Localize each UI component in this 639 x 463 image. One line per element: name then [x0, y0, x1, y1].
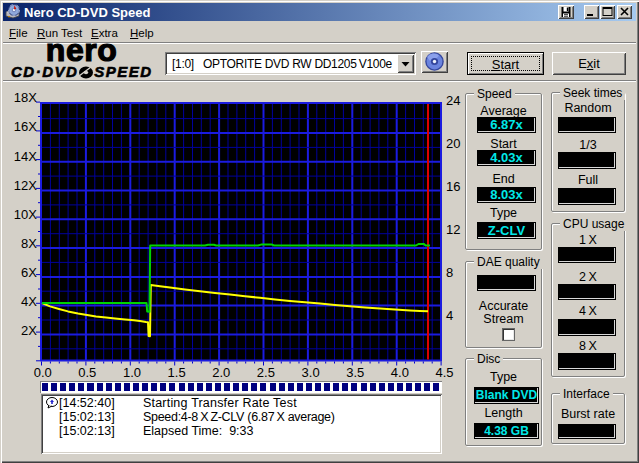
svg-text:24: 24 [446, 93, 460, 108]
svg-text:4: 4 [446, 308, 453, 323]
svg-text:10X: 10X [14, 207, 37, 222]
svg-text:2X: 2X [21, 323, 37, 338]
svg-text:8: 8 [446, 265, 453, 280]
svg-text:16X: 16X [14, 119, 37, 134]
svg-text:4X: 4X [21, 294, 37, 309]
svg-text:4.0: 4.0 [391, 365, 409, 380]
svg-text:6X: 6X [21, 265, 37, 280]
svg-text:1.5: 1.5 [168, 365, 186, 380]
svg-text:4.5: 4.5 [435, 365, 453, 380]
svg-text:1.0: 1.0 [123, 365, 141, 380]
svg-text:18X: 18X [14, 90, 37, 105]
svg-text:3.5: 3.5 [346, 365, 364, 380]
svg-text:0.0: 0.0 [34, 365, 52, 380]
svg-text:12: 12 [446, 222, 460, 237]
svg-text:12X: 12X [14, 178, 37, 193]
svg-text:3.0: 3.0 [302, 365, 320, 380]
svg-text:2.5: 2.5 [257, 365, 275, 380]
svg-text:2.0: 2.0 [212, 365, 230, 380]
svg-text:16: 16 [446, 179, 460, 194]
svg-text:20: 20 [446, 136, 460, 151]
svg-text:14X: 14X [14, 149, 37, 164]
svg-text:8X: 8X [21, 236, 37, 251]
svg-text:0.5: 0.5 [78, 365, 96, 380]
